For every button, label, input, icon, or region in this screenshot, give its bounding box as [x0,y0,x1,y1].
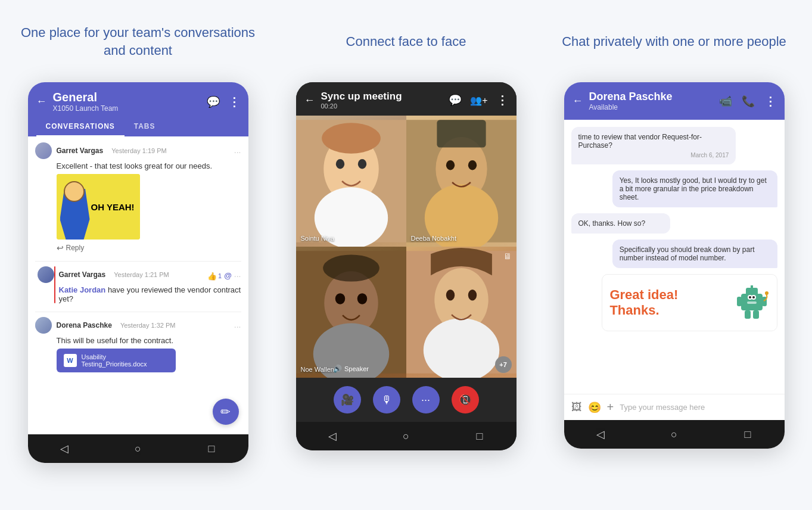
svg-point-3 [335,159,344,169]
phone1-header: General X1050 Launch Team 💬 ⋮ CONVERSATI… [28,82,248,136]
nav-back-2[interactable]: ◁ [325,429,340,443]
msg-text-1: Excellent - that test looks great for ou… [35,161,241,170]
back-icon[interactable] [36,95,47,108]
msg-timestamp-1: March 6, 2017 [578,152,729,158]
message-input[interactable]: Type your message here [620,403,777,412]
col3-title: Chat privately with one or more people [562,18,786,66]
back-icon-2[interactable]: ← [304,94,315,107]
add-icon[interactable]: + [607,400,614,414]
column-3: Chat privately with one or more people ←… [549,18,799,449]
reply-row[interactable]: ↩ Reply [57,243,241,253]
avatar-3 [35,317,52,334]
sticker-message: Great idea! Thanks. [602,274,777,331]
compose-button[interactable]: ✏ [213,399,239,425]
speaker-icon: 🔊 [333,365,342,373]
video-cell-4: 🖥 +7 [406,247,517,378]
tab-conversations[interactable]: CONVERSATIONS [36,117,125,136]
message-input-bar: 🖼 😊 + Type your message here [564,394,785,420]
reply-label[interactable]: Reply [66,244,85,252]
phone1-body: Garret Vargas Yesterday 1:19 PM ··· Exce… [28,136,248,434]
phone3-body: time to review that vendor Request-for-P… [564,120,785,394]
more-icon-3[interactable]: ⋮ [764,94,776,108]
nav-home-3[interactable]: ○ [667,427,681,441]
call-controls: 🎥 🎙 ··· 📵 [296,378,517,422]
nav-home[interactable]: ○ [130,441,145,456]
svg-rect-9 [437,120,486,147]
avatar-2 [38,266,54,283]
nav-square-2[interactable]: □ [472,429,487,443]
chat-msg-sent-2: Specifically you should break down by pa… [612,240,777,268]
like-badge: 👍 1 [207,271,222,281]
screen-share-icon: 🖥 [503,251,512,261]
nav-square-3[interactable]: □ [741,427,755,441]
svg-point-16 [357,293,366,304]
back-icon-3[interactable]: ← [573,95,583,107]
sticker-text: Great idea! Thanks. [609,287,727,319]
sender-1: Garret Vargas [57,147,104,155]
add-people-icon[interactable]: 👥+ [470,95,487,106]
svg-point-10 [446,160,454,170]
time-3: Yesterday 1:32 PM [120,322,176,329]
msg-action-icon-3[interactable]: ··· [234,322,241,331]
nav-home-2[interactable]: ○ [399,429,413,443]
nav-bar-3: ◁ ○ □ [564,420,785,449]
mic-button[interactable]: 🎙 [373,386,400,413]
chat-msg-received-1: time to review that vendor Request-for-P… [571,127,736,164]
mention[interactable]: Katie Jordan [59,285,106,294]
meeting-timer: 00:20 [321,102,402,110]
nav-back[interactable]: ◁ [57,441,71,456]
hangup-button[interactable]: 📵 [452,386,479,413]
file-name: Usability Testing_Priorities.docx [82,353,169,368]
svg-rect-24 [746,288,758,296]
chat-icon-2[interactable]: 💬 [449,94,462,107]
image-icon[interactable]: 🖼 [571,401,582,413]
voice-call-icon[interactable]: 📞 [742,95,755,108]
emoji-icon[interactable]: 😊 [588,401,601,414]
video-cell-3: Noe Wallen 🔊 Speaker [296,247,406,378]
svg-point-28 [749,296,751,298]
robot-sticker-icon [734,282,770,324]
participant-name-3: Noe Wallen [301,366,334,373]
video-cell-1: Sointu Niva [296,116,406,247]
time-1: Yesterday 1:19 PM [111,147,167,154]
chat-text-sent-2: Specifically you should break down by pa… [620,245,755,262]
svg-point-5 [322,123,381,153]
reply-icon: ↩ [57,243,64,253]
video-cell-2: Deeba Nobakht [406,116,517,247]
participant-name-1: Sointu Niva [301,235,334,242]
more-icon[interactable]: ⋮ [228,95,240,109]
more-icon-2[interactable]: ⋮ [496,93,508,107]
contact-name: Dorena Paschke [589,91,673,103]
nav-back-3[interactable]: ◁ [593,427,608,441]
tabs-bar: CONVERSATIONS TABS [36,117,240,136]
svg-rect-31 [737,297,742,306]
svg-point-21 [446,290,454,301]
file-attachment[interactable]: W Usability Testing_Priorities.docx [57,349,176,372]
msg-action-icon-2[interactable]: ··· [234,271,241,281]
phone2-header: ← Sync up meeting 00:20 💬 👥+ ⋮ [296,82,517,116]
svg-point-4 [357,159,366,169]
more-options-button[interactable]: ··· [412,386,440,413]
msg-text-3: This will be useful for the contract. [35,336,241,345]
video-face-3 [296,247,406,378]
message-group-3: Dorena Paschke Yesterday 1:32 PM ··· Thi… [35,317,241,372]
camera-button[interactable]: 🎥 [334,386,361,413]
msg-action-icon[interactable]: ··· [234,147,241,157]
message-group-2: Garret Vargas Yesterday 1:21 PM 👍 1 @ ··… [35,266,241,303]
msg-text-2: Katie Jordan have you reviewed the vendo… [38,285,241,303]
nav-bar-1: ◁ ○ □ [28,434,248,463]
nav-square[interactable]: □ [204,441,219,456]
tab-tabs[interactable]: TABS [125,117,165,136]
team-name: X1050 Launch Team [53,104,119,113]
chat-msg-sent-1: Yes, It looks mostly good, but I would t… [612,170,777,207]
sender-2: Garret Vargas [59,270,106,279]
video-call-icon[interactable]: 📹 [719,95,732,108]
svg-rect-33 [745,310,751,319]
svg-point-17 [323,254,379,281]
svg-point-35 [765,291,769,295]
participant-name-2: Deeba Nobakht [411,235,456,242]
chat-icon[interactable]: 💬 [207,95,220,108]
phone-1: General X1050 Launch Team 💬 ⋮ CONVERSATI… [28,82,248,463]
sender-3: Dorena Paschke [57,321,112,329]
svg-point-22 [468,290,476,301]
